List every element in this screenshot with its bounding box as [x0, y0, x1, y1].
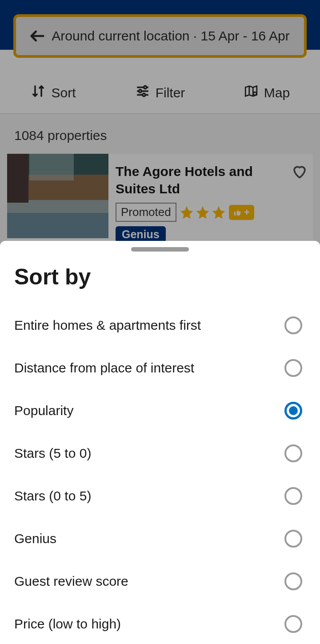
radio-button[interactable]	[284, 402, 302, 420]
sort-option-distance[interactable]: Distance from place of interest	[0, 347, 320, 389]
filter-button[interactable]: Filter	[107, 72, 213, 113]
sort-option-label: Stars (0 to 5)	[14, 488, 91, 504]
thumbs-plus-text: +	[244, 207, 250, 218]
svg-point-1	[144, 86, 146, 88]
radio-button[interactable]	[284, 530, 302, 548]
sort-option-label: Genius	[14, 531, 56, 546]
svg-point-5	[142, 93, 145, 96]
radio-button[interactable]	[284, 487, 302, 505]
promoted-badge: Promoted	[116, 203, 176, 222]
star-icon	[211, 205, 226, 220]
star-icon	[195, 205, 210, 220]
radio-button[interactable]	[284, 615, 302, 633]
sheet-drag-handle[interactable]	[131, 247, 189, 252]
radio-button[interactable]	[284, 572, 302, 590]
property-count-text: 1084 properties	[0, 124, 320, 154]
sort-label: Sort	[51, 85, 76, 100]
heart-icon[interactable]	[291, 164, 308, 181]
map-label: Map	[264, 85, 290, 100]
sort-option-popularity[interactable]: Popularity	[0, 389, 320, 432]
sort-option-price-low-high[interactable]: Price (low to high)	[0, 603, 320, 644]
sort-option-label: Popularity	[14, 403, 73, 418]
filter-label: Filter	[156, 85, 185, 100]
star-rating	[179, 205, 226, 220]
search-summary-text: Around current location · 15 Apr - 16 Ap…	[48, 28, 293, 44]
filter-icon	[135, 84, 150, 102]
sort-option-entire-homes[interactable]: Entire homes & apartments first	[0, 304, 320, 347]
sort-option-stars-asc[interactable]: Stars (0 to 5)	[0, 475, 320, 517]
property-card[interactable]: The Agore Hotels and Suites Ltd Promoted…	[7, 154, 313, 248]
map-icon	[244, 84, 259, 102]
sort-option-label: Distance from place of interest	[14, 360, 194, 376]
sort-bottom-sheet: Sort by Entire homes & apartments first …	[0, 241, 320, 644]
sort-option-label: Entire homes & apartments first	[14, 318, 201, 333]
svg-point-6	[253, 92, 256, 95]
results-content: 1084 properties The Agore Hotels and Sui…	[0, 114, 320, 248]
badge-row: Promoted +	[116, 203, 306, 222]
sort-option-stars-desc[interactable]: Stars (5 to 0)	[0, 432, 320, 475]
radio-button[interactable]	[284, 444, 302, 462]
app-header: Around current location · 15 Apr - 16 Ap…	[0, 0, 320, 50]
genius-badge: Genius	[116, 226, 166, 243]
sheet-title: Sort by	[0, 252, 320, 299]
property-info: The Agore Hotels and Suites Ltd Promoted…	[108, 154, 313, 248]
map-button[interactable]: Map	[213, 72, 320, 113]
results-toolbar: Sort Filter Map	[0, 50, 320, 114]
sort-option-label: Guest review score	[14, 574, 128, 589]
sort-options-list: Entire homes & apartments first Distance…	[0, 299, 320, 644]
sort-icon	[31, 84, 46, 102]
thumbs-up-icon	[233, 208, 242, 217]
property-name: The Agore Hotels and Suites Ltd	[116, 163, 306, 197]
sort-option-label: Stars (5 to 0)	[14, 446, 91, 461]
sort-option-review-score[interactable]: Guest review score	[0, 560, 320, 603]
radio-button[interactable]	[284, 359, 302, 377]
svg-point-3	[139, 90, 141, 92]
back-arrow-icon[interactable]	[27, 25, 48, 47]
sort-option-genius[interactable]: Genius	[0, 517, 320, 560]
radio-button[interactable]	[284, 316, 302, 334]
sort-option-label: Price (low to high)	[14, 616, 121, 632]
star-icon	[179, 205, 194, 220]
property-image	[7, 154, 108, 238]
sort-button[interactable]: Sort	[0, 72, 107, 113]
search-bar[interactable]: Around current location · 15 Apr - 16 Ap…	[13, 14, 307, 58]
thumbs-up-badge: +	[229, 205, 254, 220]
